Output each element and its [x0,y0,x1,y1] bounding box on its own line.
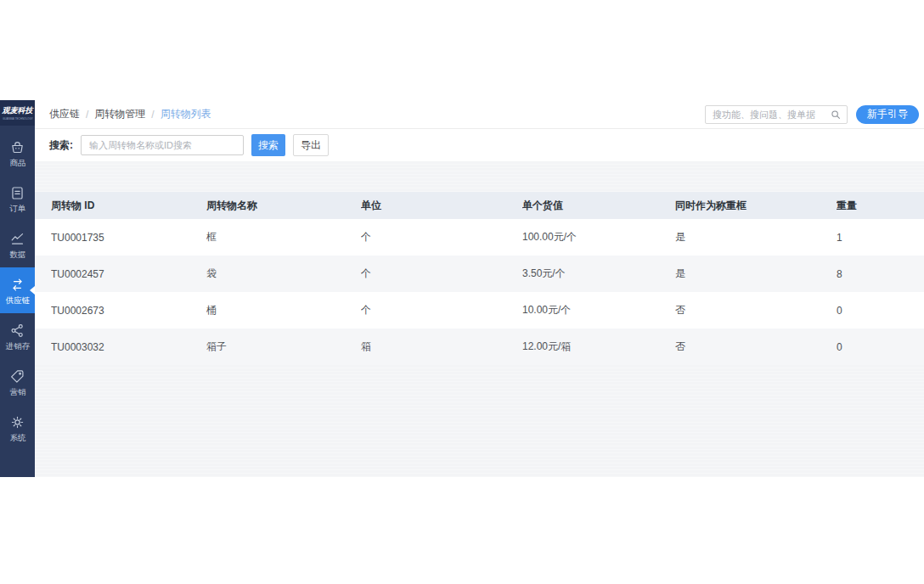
sidebar-item-label: 营销 [9,387,25,396]
column-header: 单个货值 [522,199,675,213]
swap-arrows-icon [9,277,25,293]
table-cell: 个 [361,303,522,317]
sidebar-item-orders[interactable]: 订单 [0,176,35,222]
sidebar-item-label: 商品 [9,158,25,166]
sidebar: 观麦科技 GUANMAI TECHNOLOGY 商品订单数据供应链进销存营销系统 [0,100,35,477]
breadcrumb-item[interactable]: 供应链 [49,107,80,121]
sidebar-item-supply-chain[interactable]: 供应链 [0,267,35,313]
share-nodes-icon [9,323,25,339]
sidebar-item-inventory[interactable]: 进销存 [0,313,35,359]
table-cell: 是 [675,230,837,244]
column-header: 周转物名称 [206,199,361,213]
table-cell: 框 [206,230,361,244]
tag-icon [9,368,25,385]
table-cell: 0 [837,341,924,353]
table-cell: 箱 [361,340,522,354]
sidebar-item-data[interactable]: 数据 [0,222,35,267]
sidebar-item-label: 系统 [9,433,25,441]
table-cell: 3.50元/个 [522,267,675,281]
table-cell: 否 [675,340,837,354]
table-cell: 0 [837,305,924,317]
search-toolbar: 搜索: 搜索 导出 [35,129,924,161]
table-cell: 否 [675,303,837,317]
sidebar-item-label: 进销存 [5,341,30,350]
active-item-notch [30,286,35,295]
sidebar-item-label: 供应链 [5,295,30,304]
turnover-search-input[interactable] [81,135,244,155]
brand-name: 观麦科技 [3,105,33,116]
breadcrumb-bar: 供应链/周转物管理/周转物列表 新手引导 [35,100,924,129]
brand-subtitle: GUANMAI TECHNOLOGY [3,117,33,121]
table-cell: 1 [837,232,924,244]
breadcrumb-item[interactable]: 周转物管理 [94,107,145,121]
column-header: 周转物 ID [51,199,206,213]
sidebar-item-marketing[interactable]: 营销 [0,359,35,405]
breadcrumb-item[interactable]: 周转物列表 [161,107,211,121]
chart-icon [9,231,25,247]
sidebar-item-system[interactable]: 系统 [0,405,35,451]
main-content: 供应链/周转物管理/周转物列表 新手引导 搜索: [35,100,924,477]
table-cell: 12.00元/箱 [522,340,675,354]
column-header: 重量 [837,199,924,213]
column-header: 同时作为称重框 [675,199,837,213]
table-cell: TU0001735 [51,232,206,244]
table-cell: TU0002673 [51,305,206,317]
sidebar-nav: 商品订单数据供应链进销存营销系统 [0,126,35,451]
search-label: 搜索: [49,138,73,153]
sidebar-item-goods[interactable]: 商品 [0,130,35,176]
brand-logo: 观麦科技 GUANMAI TECHNOLOGY [0,100,35,126]
gear-icon [9,414,25,430]
table-header-row: 周转物 ID周转物名称单位单个货值同时作为称重框重量 [35,192,924,219]
sidebar-item-label: 订单 [9,204,25,212]
table-row[interactable]: TU0001735框个100.00元/个是1 [35,219,924,256]
export-button[interactable]: 导出 [293,134,329,156]
table-cell: 10.00元/个 [522,303,675,317]
breadcrumb-separator: / [86,109,88,121]
column-header: 单位 [361,199,522,213]
table-header: 周转物 ID周转物名称单位单个货值同时作为称重框重量 [35,192,924,219]
table-cell: TU0003032 [51,341,206,353]
table-cell: 8 [837,268,924,280]
topbar-right: 新手引导 [705,105,919,124]
table-body: TU0001735框个100.00元/个是1TU0002457袋个3.50元/个… [35,219,924,365]
table-row[interactable]: TU0002673桶个10.00元/个否0 [35,292,924,328]
table-row[interactable]: TU0003032箱子箱12.00元/箱否0 [35,328,924,365]
table-row[interactable]: TU0002457袋个3.50元/个是8 [35,256,924,292]
table-cell: 个 [361,267,522,281]
sidebar-item-label: 数据 [9,250,25,258]
breadcrumb: 供应链/周转物管理/周转物列表 [49,107,211,121]
page: 观麦科技 GUANMAI TECHNOLOGY 商品订单数据供应链进销存营销系统… [0,0,924,584]
search-icon[interactable] [830,109,842,121]
order-icon [9,185,25,201]
turnover-table: 周转物 ID周转物名称单位单个货值同时作为称重框重量 TU0001735框个10… [35,192,924,365]
search-button[interactable]: 搜索 [251,134,285,156]
table-cell: TU0002457 [51,268,206,280]
guide-button[interactable]: 新手引导 [856,105,919,124]
basket-icon [9,139,25,155]
global-search-input[interactable] [705,105,848,124]
table-cell: 桶 [206,303,361,317]
global-search [705,105,848,124]
breadcrumb-separator: / [151,109,154,121]
table-cell: 100.00元/个 [522,230,675,244]
table-cell: 个 [361,230,522,244]
app-window: 观麦科技 GUANMAI TECHNOLOGY 商品订单数据供应链进销存营销系统… [0,100,924,477]
table-cell: 是 [675,267,837,281]
table-cell: 袋 [206,267,361,281]
table-cell: 箱子 [206,340,361,354]
